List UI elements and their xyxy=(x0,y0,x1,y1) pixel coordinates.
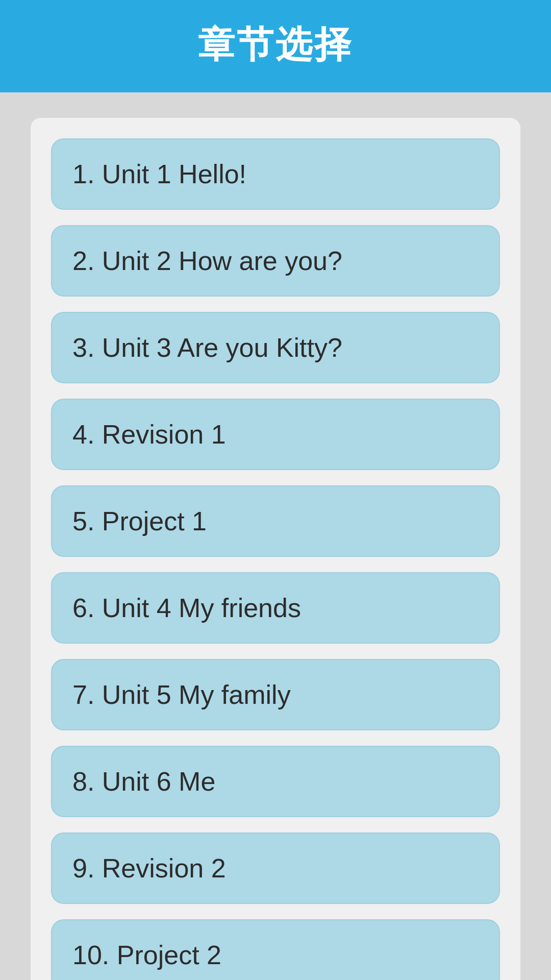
list-item[interactable]: 6. Unit 4 My friends xyxy=(51,572,500,644)
chapter-list: 1. Unit 1 Hello!2. Unit 2 How are you?3.… xyxy=(31,118,520,980)
list-item-label: 4. Revision 1 xyxy=(72,420,226,449)
list-item[interactable]: 10. Project 2 xyxy=(51,919,500,980)
list-item[interactable]: 1. Unit 1 Hello! xyxy=(51,138,500,210)
list-item-label: 7. Unit 5 My family xyxy=(72,680,291,709)
list-item[interactable]: 5. Project 1 xyxy=(51,485,500,557)
list-item-label: 10. Project 2 xyxy=(72,940,221,970)
list-item-label: 3. Unit 3 Are you Kitty? xyxy=(72,333,342,362)
content-area: 1. Unit 1 Hello!2. Unit 2 How are you?3.… xyxy=(0,92,551,980)
list-item-label: 1. Unit 1 Hello! xyxy=(72,159,246,189)
list-item-label: 8. Unit 6 Me xyxy=(72,767,215,796)
list-item-label: 2. Unit 2 How are you? xyxy=(72,246,342,276)
list-item[interactable]: 9. Revision 2 xyxy=(51,832,500,904)
list-item[interactable]: 2. Unit 2 How are you? xyxy=(51,225,500,297)
page-title: 章节选择 xyxy=(10,20,541,69)
list-item-label: 6. Unit 4 My friends xyxy=(72,593,301,623)
list-item-label: 9. Revision 2 xyxy=(72,853,226,883)
list-item-label: 5. Project 1 xyxy=(72,506,207,536)
list-item[interactable]: 7. Unit 5 My family xyxy=(51,659,500,730)
list-item[interactable]: 4. Revision 1 xyxy=(51,399,500,470)
page-header: 章节选择 xyxy=(0,0,551,92)
list-item[interactable]: 8. Unit 6 Me xyxy=(51,746,500,817)
list-item[interactable]: 3. Unit 3 Are you Kitty? xyxy=(51,312,500,383)
